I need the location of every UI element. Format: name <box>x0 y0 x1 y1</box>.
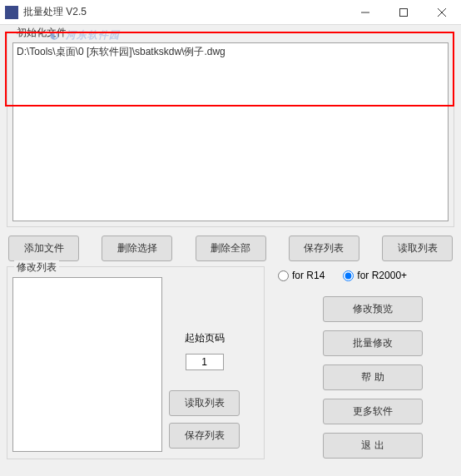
start-page-label: 起始页码 <box>185 331 225 345</box>
radio-r14-input[interactable] <box>278 270 289 281</box>
exit-button[interactable]: 退 出 <box>323 433 423 459</box>
file-list[interactable]: D:\Tools\桌面\0 [东软件园]\sbatkskdw\例子.dwg <box>12 42 449 221</box>
read-list-button-2[interactable]: 读取列表 <box>169 390 240 416</box>
radio-r2000-label: for R2000+ <box>357 270 407 281</box>
init-files-legend: 初始化文件 <box>14 26 69 40</box>
titlebar: 批量处理 V2.5 <box>0 0 461 25</box>
app-icon <box>5 6 18 19</box>
save-list-button[interactable]: 保存列表 <box>289 236 359 261</box>
radio-r2000-input[interactable] <box>343 270 354 281</box>
modify-list-group: 修改列表 起始页码 读取列表 保存列表 <box>7 266 265 459</box>
file-list-item[interactable]: D:\Tools\桌面\0 [东软件园]\sbatkskdw\例子.dwg <box>17 45 444 58</box>
save-list-button-2[interactable]: 保存列表 <box>169 423 240 449</box>
modify-list[interactable] <box>12 277 162 452</box>
delete-all-button[interactable]: 删除全部 <box>196 236 266 261</box>
delete-selected-button[interactable]: 删除选择 <box>102 236 172 261</box>
preview-button[interactable]: 修改预览 <box>323 296 423 322</box>
init-files-group: 初始化文件 D:\Tools\桌面\0 [东软件园]\sbatkskdw\例子.… <box>7 32 454 227</box>
read-list-button[interactable]: 读取列表 <box>382 236 453 261</box>
version-radio-group: for R14 for R2000+ <box>273 270 454 281</box>
batch-modify-button[interactable]: 批量修改 <box>323 330 423 356</box>
start-page-input[interactable] <box>186 354 224 370</box>
add-file-button[interactable]: 添加文件 <box>8 236 79 261</box>
toolbar-row: 添加文件 删除选择 删除全部 保存列表 读取列表 <box>7 232 454 266</box>
help-button[interactable]: 帮 助 <box>323 364 423 390</box>
window-title: 批量处理 V2.5 <box>23 5 346 19</box>
radio-r2000[interactable]: for R2000+ <box>343 270 407 281</box>
svg-rect-1 <box>400 8 408 16</box>
radio-r14[interactable]: for R14 <box>278 270 325 281</box>
modify-list-legend: 修改列表 <box>14 260 59 275</box>
maximize-button[interactable] <box>384 0 423 24</box>
close-button[interactable] <box>423 0 461 24</box>
more-software-button[interactable]: 更多软件 <box>323 399 423 424</box>
minimize-button[interactable] <box>346 0 384 24</box>
radio-r14-label: for R14 <box>292 270 325 281</box>
